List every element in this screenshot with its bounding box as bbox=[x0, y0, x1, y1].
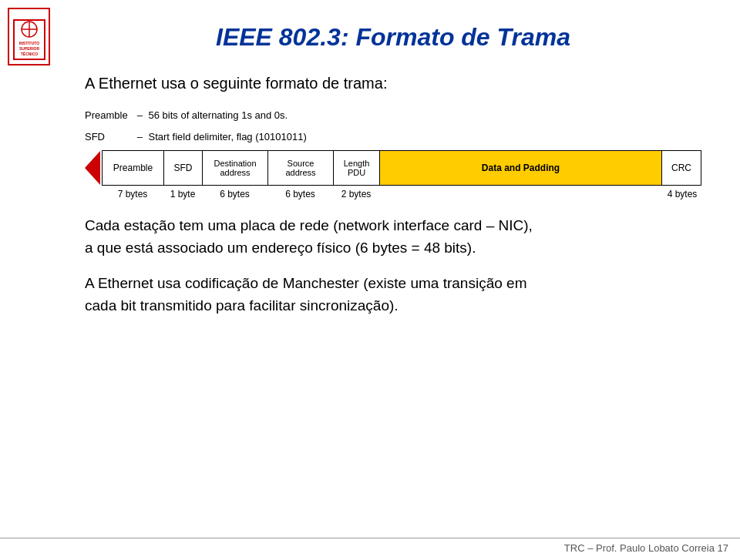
page-title: IEEE 802.3: Formato de Trama bbox=[69, 23, 717, 52]
svg-text:TÉCNICO: TÉCNICO bbox=[20, 51, 38, 56]
cell-destination: Destinationaddress bbox=[203, 151, 268, 185]
length-bytes: 2 bytes bbox=[333, 189, 379, 200]
cell-data-padding: Data and Padding bbox=[380, 151, 662, 185]
preamble-label: Preamble bbox=[85, 108, 131, 123]
body-text-3: A Ethernet usa codificação de Manchester… bbox=[85, 273, 701, 295]
body-text-4: cada bit transmitido para facilitar sinc… bbox=[85, 295, 701, 317]
sfd-desc: Start field delimiter, flag (10101011) bbox=[148, 131, 306, 143]
cell-preamble: Preamble bbox=[103, 151, 164, 185]
footer: TRC – Prof. Paulo Lobato Correia 17 bbox=[564, 542, 728, 554]
logo: INSTITUTO SUPERIOR TÉCNICO bbox=[8, 8, 54, 69]
body-text-2: a que está associado um endereço físico … bbox=[85, 237, 701, 260]
byte-labels-row: 7 bytes 1 byte 6 bytes 6 bytes 2 bytes 4… bbox=[102, 189, 701, 200]
dest-bytes: 6 bytes bbox=[202, 189, 267, 200]
svg-text:SUPERIOR: SUPERIOR bbox=[18, 46, 39, 51]
preamble-bytes: 7 bytes bbox=[102, 189, 163, 200]
cell-source: Sourceaddress bbox=[268, 151, 334, 185]
left-arrow-shape bbox=[85, 151, 100, 185]
cell-length: LengthPDU bbox=[334, 151, 380, 185]
preamble-note: Preamble – 56 bits of alternating 1s and… bbox=[85, 108, 701, 123]
svg-text:INSTITUTO: INSTITUTO bbox=[18, 41, 39, 45]
sfd-bytes: 1 byte bbox=[163, 189, 202, 200]
ist-logo-svg: INSTITUTO SUPERIOR TÉCNICO bbox=[12, 18, 46, 61]
src-bytes: 6 bytes bbox=[267, 189, 333, 200]
sfd-note: SFD – Start field delimiter, flag (10101… bbox=[85, 129, 701, 145]
main-content: IEEE 802.3: Formato de Trama A Ethernet … bbox=[62, 0, 740, 560]
body-text-1: Cada estação tem uma placa de rede (netw… bbox=[85, 215, 701, 237]
footer-divider bbox=[0, 538, 740, 538]
frame-row: Preamble SFD Destinationaddress Sourcead… bbox=[85, 150, 701, 186]
frame-cells: Preamble SFD Destinationaddress Sourcead… bbox=[102, 150, 701, 186]
crc-bytes: 4 bytes bbox=[663, 189, 701, 200]
cell-crc: CRC bbox=[662, 151, 701, 185]
intro-text: A Ethernet usa o seguinte formato de tra… bbox=[85, 75, 717, 92]
page-title-container: IEEE 802.3: Formato de Trama bbox=[69, 23, 717, 52]
sfd-label: SFD bbox=[85, 129, 131, 145]
cell-sfd: SFD bbox=[164, 151, 203, 185]
data-bytes bbox=[379, 189, 663, 200]
frame-diagram: Preamble – 56 bits of alternating 1s and… bbox=[85, 108, 701, 200]
preamble-desc: 56 bits of alternating 1s and 0s. bbox=[148, 109, 288, 121]
arrow-left bbox=[85, 150, 100, 186]
